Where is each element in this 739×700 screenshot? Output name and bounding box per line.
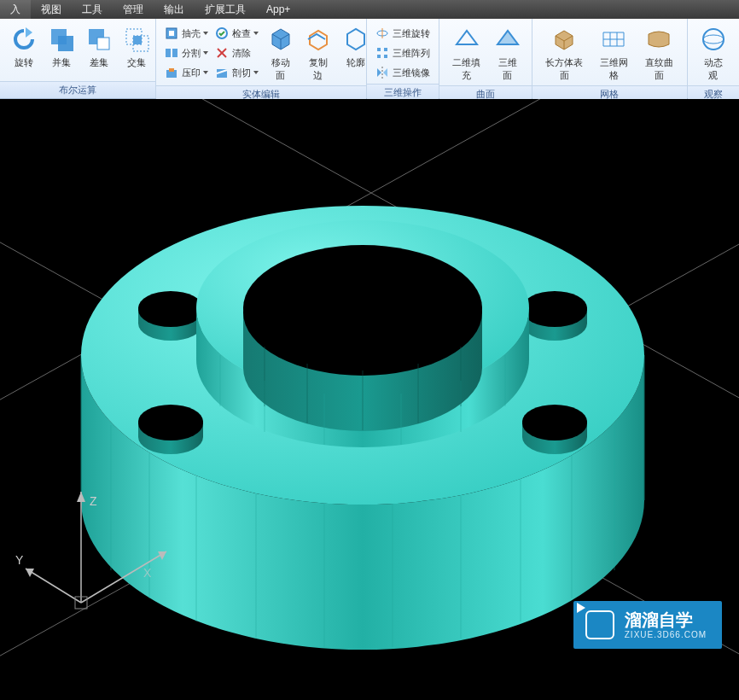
slice-button[interactable]: 剖切 bbox=[212, 63, 262, 82]
copyedge-button[interactable]: 复制边 bbox=[300, 24, 337, 84]
subtract-icon bbox=[85, 26, 113, 53]
play-icon bbox=[585, 610, 614, 639]
svg-point-39 bbox=[138, 293, 203, 327]
shell-icon bbox=[165, 26, 178, 40]
moveface-button[interactable]: 移动面 bbox=[262, 24, 300, 84]
svg-rect-8 bbox=[169, 31, 174, 36]
boxsurf-button[interactable]: 长方体表面 bbox=[538, 24, 591, 84]
chevron-down-icon bbox=[253, 32, 259, 35]
revolve3d-button[interactable]: 三维旋转 bbox=[372, 24, 434, 43]
ribbon-group-mesh: 长方体表面 三维网格 直纹曲面 网格 bbox=[532, 19, 688, 98]
menu-item[interactable]: 扩展工具 bbox=[195, 0, 256, 20]
ruled-icon bbox=[645, 26, 672, 53]
svg-text:Y: Y bbox=[15, 553, 24, 567]
split-icon bbox=[165, 46, 178, 60]
revolve3d-icon bbox=[375, 26, 389, 40]
check-icon bbox=[215, 26, 229, 40]
chevron-down-icon bbox=[253, 71, 259, 74]
boxsurf-icon bbox=[550, 26, 578, 53]
group-label: 三维操作 bbox=[367, 84, 439, 101]
svg-rect-19 bbox=[384, 55, 387, 58]
svg-point-45 bbox=[522, 406, 587, 440]
group-label: 布尔运算 bbox=[0, 81, 155, 98]
svg-point-22 bbox=[703, 35, 724, 44]
svg-point-48 bbox=[243, 249, 482, 376]
fill2d-button[interactable]: 二维填充 bbox=[445, 24, 489, 84]
watermark-title: 溜溜自学 bbox=[625, 610, 707, 630]
svg-point-21 bbox=[703, 29, 724, 50]
watermark-subtitle: ZIXUE.3D66.COM bbox=[625, 630, 707, 640]
surf3d-icon bbox=[494, 26, 521, 53]
shell-button[interactable]: 抽壳 bbox=[161, 24, 212, 43]
cleanup-button[interactable]: 清除 bbox=[212, 44, 262, 62]
model-viewport[interactable]: Z Y X 溜溜自学 ZIXUE.3D66.COM bbox=[0, 99, 739, 700]
union-button[interactable]: 并集 bbox=[43, 24, 80, 71]
mirror3d-button[interactable]: 三维镜像 bbox=[372, 63, 434, 82]
chevron-down-icon bbox=[203, 32, 208, 35]
surf3d-button[interactable]: 三维面 bbox=[489, 24, 527, 84]
mirror3d-icon bbox=[375, 66, 389, 79]
ribbon-group-boolean: 旋转 并集 差集 交集 布尔运算 bbox=[0, 19, 156, 98]
ribbon-group-3dops: 三维旋转 三维阵列 三维镜像 三维操作 bbox=[367, 19, 439, 98]
mesh3d-icon bbox=[600, 26, 627, 53]
svg-line-62 bbox=[26, 569, 81, 603]
svg-text:Z: Z bbox=[90, 494, 97, 508]
ribbon-group-surface: 二维填充 三维面 曲面 bbox=[439, 19, 532, 98]
svg-point-41 bbox=[522, 293, 587, 327]
dynview-button[interactable]: 动态观 bbox=[693, 24, 734, 84]
copyedge-icon bbox=[305, 26, 332, 53]
menu-item[interactable]: App+ bbox=[256, 1, 300, 18]
menu-bar: 入 视图 工具 管理 输出 扩展工具 App+ bbox=[0, 0, 739, 19]
svg-text:X: X bbox=[143, 566, 152, 580]
moveface-icon bbox=[267, 26, 294, 53]
cleanup-icon bbox=[215, 46, 229, 60]
intersect-icon bbox=[123, 26, 150, 53]
ribbon-toolbar: 旋转 并集 差集 交集 布尔运算 抽壳 分割 压印 bbox=[0, 19, 739, 99]
svg-rect-3 bbox=[97, 38, 109, 50]
svg-rect-9 bbox=[166, 49, 171, 57]
check-button[interactable]: 检查 bbox=[212, 24, 262, 43]
imprint-button[interactable]: 压印 bbox=[161, 63, 212, 82]
svg-rect-6 bbox=[133, 36, 142, 44]
menu-item[interactable]: 管理 bbox=[113, 0, 154, 20]
svg-rect-1 bbox=[58, 36, 73, 51]
menu-item[interactable]: 入 bbox=[0, 0, 31, 20]
intersect-button[interactable]: 交集 bbox=[118, 24, 155, 71]
rotate-icon bbox=[10, 26, 38, 53]
silhouette-icon bbox=[342, 26, 370, 53]
menu-item[interactable]: 工具 bbox=[72, 0, 113, 20]
svg-rect-18 bbox=[377, 55, 381, 58]
menu-item[interactable]: 视图 bbox=[31, 0, 72, 20]
split-button[interactable]: 分割 bbox=[161, 44, 212, 62]
mesh3d-button[interactable]: 三维网格 bbox=[591, 24, 637, 84]
chevron-down-icon bbox=[203, 71, 208, 74]
imprint-icon bbox=[165, 66, 178, 79]
svg-rect-17 bbox=[384, 48, 387, 51]
ribbon-group-solidedit: 抽壳 分割 压印 检查 清除 剖切 移动面 复制边 轮廓 实体编辑 bbox=[156, 19, 367, 98]
dynview-icon bbox=[700, 26, 727, 53]
array3d-button[interactable]: 三维阵列 bbox=[372, 44, 434, 62]
svg-rect-16 bbox=[377, 48, 381, 51]
watermark-badge: 溜溜自学 ZIXUE.3D66.COM bbox=[573, 601, 722, 649]
array3d-icon bbox=[375, 46, 389, 60]
svg-rect-10 bbox=[172, 49, 177, 57]
subtract-button[interactable]: 差集 bbox=[80, 24, 118, 71]
rotate-button[interactable]: 旋转 bbox=[5, 24, 43, 71]
chevron-down-icon bbox=[203, 51, 208, 55]
menu-item[interactable]: 输出 bbox=[154, 0, 195, 20]
ribbon-group-view: 动态观 观察 bbox=[688, 19, 739, 98]
slice-icon bbox=[215, 66, 229, 79]
flange-model bbox=[81, 206, 644, 650]
fill2d-icon bbox=[453, 26, 480, 53]
union-icon bbox=[48, 26, 75, 53]
svg-point-43 bbox=[138, 406, 203, 440]
ruled-button[interactable]: 直纹曲面 bbox=[637, 24, 682, 84]
